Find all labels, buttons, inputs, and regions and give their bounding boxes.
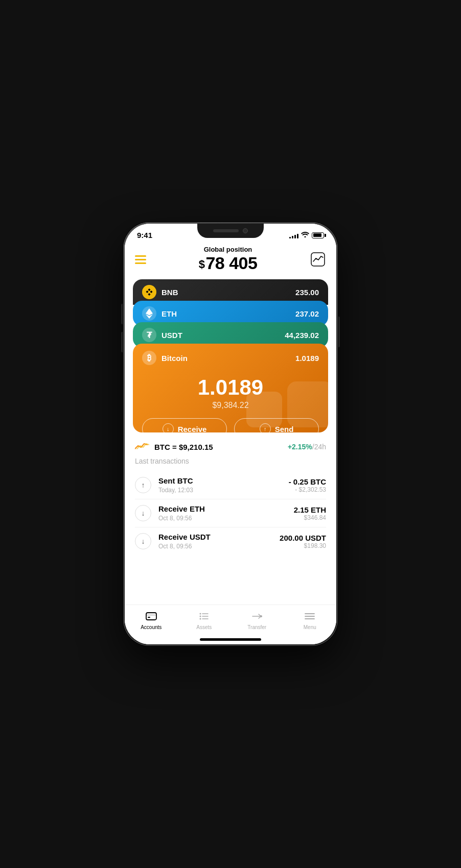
tx-info-1: Sent BTC Today, 12:03 [158,476,193,494]
currency-symbol: $ [199,258,205,271]
transfer-icon [251,610,263,622]
hamburger-line-2 [135,259,146,260]
tx-receive-usdt-icon: ↓ [135,533,151,549]
svg-marker-4 [148,293,151,296]
global-position-label: Global position [199,246,258,253]
tx-date-1: Today, 12:03 [158,487,193,494]
home-indicator [125,634,336,644]
battery-fill [313,233,321,237]
btc-card-header: ₿ Bitcoin 1.0189 [142,351,319,365]
btc-deco-2 [287,381,328,427]
position-amount: 78 405 [205,253,257,273]
nav-item-transfer[interactable]: Transfer [230,610,284,630]
eth-amount: 237.02 [295,309,319,318]
btc-card[interactable]: ₿ Bitcoin 1.0189 1.0189 $9,384.22 [133,344,328,432]
tx-info-3: Receive USDT Oct 8, 09:56 [158,533,211,550]
receive-label: Receive [178,425,207,433]
status-time: 9:41 [137,231,152,239]
nav-label-transfer: Transfer [247,624,266,630]
tx-date-3: Oct 8, 09:56 [158,543,211,550]
btc-decoration [246,392,328,427]
svg-marker-1 [148,288,151,291]
global-position-value: $78 405 [199,253,258,273]
ticker-chart-icon [135,442,149,452]
header-center: Global position $78 405 [199,246,258,273]
svg-marker-5 [146,308,153,316]
transactions-section: Last transactions ↑ Sent BTC Today, 12:0… [125,455,336,605]
wifi-icon [301,231,309,239]
price-ticker: BTC = $9,210.15 +2.15%/24h [125,435,336,455]
nav-label-accounts: Accounts [141,624,162,630]
btc-usd-amount: $9,384.22 [212,401,248,410]
signal-icon [289,232,298,238]
hamburger-line-3 [135,262,146,264]
receive-button[interactable]: ↓ Receive [142,418,227,432]
phone-screen: 9:41 [125,224,336,644]
table-row[interactable]: ↓ Receive ETH Oct 8, 09:56 2.15 ETH $346… [135,499,326,527]
table-row[interactable]: ↑ Sent BTC Today, 12:03 - 0.25 BTC - $2,… [135,471,326,499]
status-bar: 9:41 [125,224,336,242]
signal-bar-1 [289,237,291,238]
battery-icon [312,232,324,238]
phone-wrapper: 9:41 [123,222,338,646]
tx-right-2: 2.15 ETH $346.84 [294,505,326,521]
transactions-title: Last transactions [135,457,326,465]
ticker-change-section: +2.15%/24h [288,442,326,451]
bnb-name: BNB [162,288,178,297]
screen-content: 9:41 [125,224,336,644]
svg-rect-7 [146,613,156,620]
assets-icon [198,610,210,622]
tx-amount-1: - 0.25 BTC [289,477,326,486]
tx-left-1: ↑ Sent BTC Today, 12:03 [135,476,193,494]
btc-icon: ₿ [142,351,156,365]
signal-bar-3 [294,235,296,238]
usdt-amount: 44,239.02 [285,331,319,340]
tx-name-2: Receive ETH [158,504,205,513]
svg-point-10 [200,613,201,615]
tx-sent-icon: ↑ [135,477,151,493]
tx-left-2: ↓ Receive ETH Oct 8, 09:56 [135,504,205,522]
nav-label-menu: Menu [304,624,316,630]
btc-amount-top: 1.0189 [295,354,319,363]
notch [197,224,264,238]
nav-item-menu[interactable]: Menu [284,610,337,630]
svg-rect-8 [146,614,156,616]
phone-frame: 9:41 [123,222,338,646]
signal-bar-4 [297,234,298,238]
nav-label-assets: Assets [196,624,212,630]
btc-card-left: ₿ Bitcoin [142,351,188,365]
nav-item-accounts[interactable]: Accounts [125,610,178,630]
status-icons [289,231,324,239]
btc-deco-1 [246,392,282,427]
tx-left-3: ↓ Receive USDT Oct 8, 09:56 [135,533,211,550]
camera [243,228,248,233]
ticker-period: /24h [312,443,326,451]
eth-name: ETH [162,309,177,318]
usdt-name: USDT [162,331,182,340]
hamburger-button[interactable] [135,255,146,264]
power-button[interactable] [338,317,340,347]
speaker [213,229,239,232]
btc-name: Bitcoin [162,354,188,363]
tx-name-3: Receive USDT [158,533,211,541]
header: Global position $78 405 [125,242,336,279]
svg-marker-2 [150,291,153,293]
chart-button[interactable] [310,251,326,268]
home-bar [200,638,261,641]
eth-icon [142,306,156,321]
svg-point-17 [260,615,262,617]
svg-marker-3 [146,291,149,293]
receive-icon: ↓ [163,423,174,432]
nav-item-assets[interactable]: Assets [178,610,231,630]
tx-name-1: Sent BTC [158,476,193,485]
table-row[interactable]: ↓ Receive USDT Oct 8, 09:56 200.00 USDT … [135,527,326,555]
bnb-amount: 235.00 [295,288,319,297]
tx-amount-2: 2.15 ETH [294,505,326,514]
tx-info-2: Receive ETH Oct 8, 09:56 [158,504,205,522]
eth-card-left: ETH [142,306,177,321]
tx-usd-2: $346.84 [294,514,326,521]
tx-right-3: 200.00 USDT $198.30 [280,534,326,549]
svg-rect-9 [148,617,150,618]
tx-right-1: - 0.25 BTC - $2,302.53 [289,477,326,493]
usdt-icon: ₮ [142,328,156,342]
